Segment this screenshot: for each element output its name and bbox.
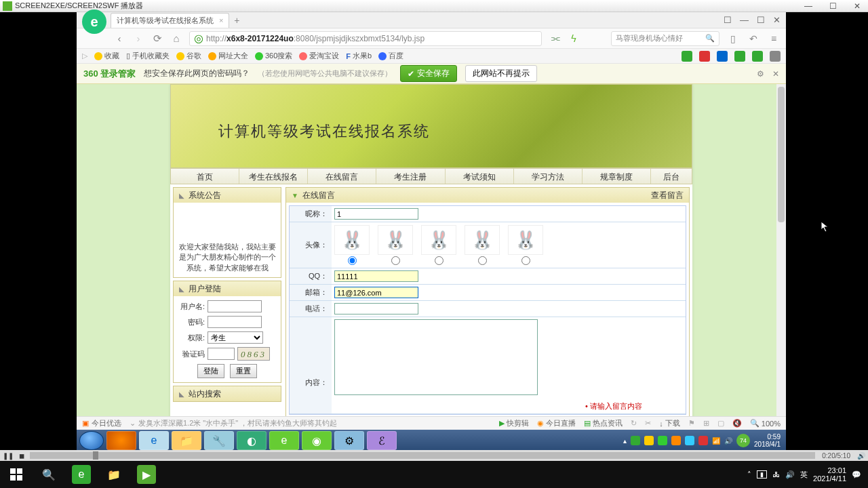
taskbar-ie[interactable]: e	[139, 431, 169, 450]
bookmark-f[interactable]: F水果b	[346, 51, 372, 61]
avatar-radio-1[interactable]	[348, 256, 357, 265]
reset-button[interactable]: 重置	[230, 364, 257, 378]
expand-icon[interactable]: ▼	[292, 192, 298, 199]
avatar-option-2[interactable]: 🐰	[378, 225, 413, 265]
status-fullscreen-icon[interactable]: ▢	[717, 419, 724, 428]
qq-input[interactable]	[334, 270, 418, 282]
pwbar-never-button[interactable]: 此网站不再提示	[465, 65, 537, 82]
status-history-icon[interactable]: ↻	[631, 419, 637, 428]
player-stop-button[interactable]: ◼	[16, 452, 27, 460]
avatar-radio-5[interactable]	[521, 256, 530, 265]
browser-close-button[interactable]: ✕	[773, 15, 781, 25]
status-today[interactable]: ▣今日优选	[82, 418, 121, 428]
player-progress-thumb[interactable]	[93, 451, 98, 460]
player-close-button[interactable]: ✕	[849, 1, 865, 11]
tray-icon[interactable]	[671, 436, 681, 445]
tab-close-icon[interactable]: ×	[219, 16, 223, 24]
nav-notice[interactable]: 考试须知	[446, 169, 514, 184]
browser-feature-icon[interactable]: ☐	[724, 15, 732, 25]
bookmark-favorites[interactable]: 收藏	[94, 51, 119, 61]
bookmark-mobile[interactable]: ▯手机收藏夹	[126, 51, 170, 61]
login-button[interactable]: 登陆	[197, 364, 224, 378]
nav-student-reg[interactable]: 考生注册	[376, 169, 445, 184]
browser-logo-icon[interactable]: e	[82, 9, 106, 34]
tray-volume-icon[interactable]: 🔊	[785, 470, 795, 479]
scrollbar[interactable]	[776, 84, 786, 416]
tray-network-icon[interactable]: 🖧	[772, 470, 780, 479]
nav-home[interactable]: 首页	[171, 169, 239, 184]
outer-clock[interactable]: 23:012021/4/11	[813, 466, 846, 483]
tray-network-icon[interactable]: 📶	[712, 437, 720, 445]
pwbar-settings-icon[interactable]: ⚙	[757, 69, 764, 79]
ext-apps-icon[interactable]	[770, 51, 781, 62]
collapse-icon[interactable]: ◣	[179, 192, 184, 199]
pwbar-save-button[interactable]: ✔安全保存	[400, 65, 457, 82]
tab-active[interactable]: 计算机等级考试在线报名系统 ×	[111, 13, 229, 28]
player-minimize-button[interactable]: —	[800, 1, 816, 11]
ext-game-icon[interactable]	[734, 51, 745, 62]
nav-back-button[interactable]: ‹	[113, 33, 125, 44]
nav-study[interactable]: 学习方法	[514, 169, 583, 184]
phone-input[interactable]	[334, 303, 418, 314]
ext-search-icon[interactable]	[717, 51, 728, 62]
tray-battery-icon[interactable]: ▮	[757, 470, 767, 479]
nav-rules[interactable]: 规章制度	[583, 169, 651, 184]
share-icon[interactable]: ⫘	[549, 33, 561, 44]
tray-icon[interactable]	[658, 436, 667, 445]
outer-taskbar-explorer[interactable]: 📁	[98, 461, 130, 488]
pwbar-close-icon[interactable]: ✕	[772, 69, 779, 79]
nickname-input[interactable]	[334, 208, 418, 220]
bookmark-baidu[interactable]: 百度	[378, 51, 403, 61]
outer-taskbar-player[interactable]: ▶	[130, 461, 163, 488]
player-pause-button[interactable]: ❚❚	[0, 452, 16, 460]
avatar-radio-2[interactable]	[391, 256, 400, 265]
tray-icon[interactable]	[685, 436, 694, 445]
avatar-option-4[interactable]: 🐰	[465, 225, 500, 265]
status-service-icon[interactable]: ⊞	[703, 419, 709, 428]
player-maximize-button[interactable]: ☐	[825, 1, 841, 11]
avatar-option-1[interactable]: 🐰	[334, 225, 370, 265]
nav-reload-button[interactable]: ⟳	[151, 33, 163, 45]
avatar-radio-4[interactable]	[478, 256, 487, 265]
avatar-radio-3[interactable]	[435, 256, 443, 265]
status-mute-icon[interactable]: 🔇	[732, 419, 742, 428]
outer-taskbar-ie[interactable]: e	[65, 461, 98, 488]
status-download[interactable]: ↓下载	[659, 418, 680, 428]
mobile-icon[interactable]: ▯	[726, 33, 740, 44]
scrollbar-thumb[interactable]	[778, 87, 785, 222]
taskbar-360browser[interactable]: e	[269, 431, 299, 450]
view-messages-link[interactable]: 查看留言	[651, 190, 684, 201]
tray-icon[interactable]	[698, 436, 708, 445]
tray-battery-badge[interactable]: 74	[736, 434, 750, 447]
menu-icon[interactable]: ≡	[767, 33, 781, 44]
status-cut-icon[interactable]: ✂	[645, 419, 651, 428]
nav-register-online[interactable]: 考生在线报名	[239, 169, 308, 184]
player-progress[interactable]	[30, 452, 815, 459]
tray-icon[interactable]	[644, 436, 654, 445]
nav-home-button[interactable]: ⌂	[170, 33, 182, 44]
collapse-icon[interactable]: ◣	[179, 285, 184, 293]
tray-expand-icon[interactable]: ˄	[747, 470, 751, 479]
status-live[interactable]: ◉今日直播	[537, 418, 576, 428]
tray-volume-icon[interactable]: 🔊	[724, 437, 732, 445]
search-icon[interactable]: 🔍	[705, 34, 715, 43]
undo-icon[interactable]: ↶	[747, 33, 760, 44]
email-input[interactable]	[334, 287, 418, 298]
bookmark-360search[interactable]: 360搜索	[255, 51, 292, 61]
role-select[interactable]: 考生	[208, 331, 263, 344]
status-hot[interactable]: ▤热点资讯	[584, 418, 623, 428]
taskbar-app-4[interactable]: 🔧	[204, 431, 234, 450]
bookmark-sites[interactable]: 网址大全	[208, 51, 248, 61]
password-input[interactable]	[208, 316, 262, 328]
tray-expand-icon[interactable]: ▴	[623, 437, 627, 445]
content-textarea[interactable]	[334, 319, 538, 395]
taskbar-explorer[interactable]: 📁	[172, 431, 201, 450]
start-orb[interactable]	[79, 431, 104, 450]
browser-minimize-button[interactable]: —	[740, 15, 749, 25]
nav-admin[interactable]: 后台	[651, 169, 692, 184]
taskbar-app-7[interactable]: ◉	[302, 431, 332, 450]
status-flag-icon[interactable]: ⚑	[688, 419, 695, 428]
username-input[interactable]	[208, 300, 262, 312]
url-input[interactable]: ◎ http://x6x8-20171224uo:8080/jspmjsjdjk…	[189, 31, 542, 46]
tray-notifications-icon[interactable]: 💬	[852, 470, 861, 479]
